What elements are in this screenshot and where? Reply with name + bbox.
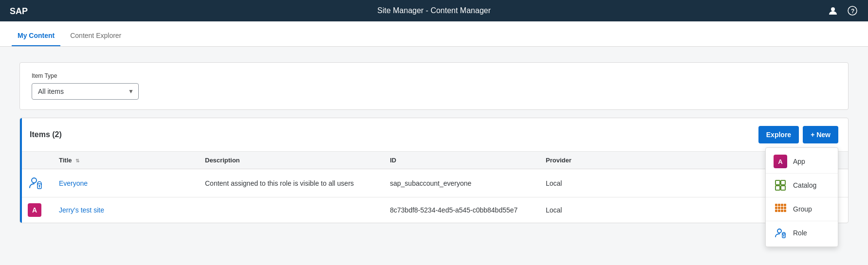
header-icons: ? <box>825 3 860 18</box>
row-id-cell: sap_subaccount_everyone <box>382 169 538 197</box>
tab-my-content[interactable]: My Content <box>12 21 60 46</box>
col-header-title: Title ⇅ <box>51 152 197 169</box>
app-menu-icon: A <box>774 155 787 168</box>
svg-rect-7 <box>776 186 780 190</box>
row-desc-cell <box>197 197 382 223</box>
section-accent <box>20 118 22 223</box>
sort-icon[interactable]: ⇅ <box>75 158 79 163</box>
item-type-select[interactable]: All items <box>32 83 139 100</box>
row-title-cell: Everyone <box>51 169 197 197</box>
items-section: Items (2) Explore + New A App <box>19 118 849 223</box>
svg-rect-16 <box>784 207 786 209</box>
new-item-dropdown: A App Catalog <box>765 147 838 247</box>
svg-rect-20 <box>784 210 786 212</box>
svg-text:SAP: SAP <box>10 6 28 16</box>
dropdown-item-catalog[interactable]: Catalog <box>766 174 838 197</box>
row-desc-cell: Content assigned to this role is visible… <box>197 169 382 197</box>
svg-rect-11 <box>781 204 783 206</box>
table-row: A Jerry's test site 8c73bdf8-5234-4ed5-a… <box>20 197 848 223</box>
svg-point-21 <box>777 229 781 233</box>
app-row-icon: A <box>28 203 41 217</box>
role-icon <box>29 176 42 190</box>
svg-rect-13 <box>775 207 777 209</box>
item-type-select-wrapper: All items ▼ <box>32 83 139 100</box>
everyone-link[interactable]: Everyone <box>59 179 88 187</box>
svg-rect-17 <box>775 210 777 212</box>
dropdown-item-group[interactable]: Group <box>766 197 838 221</box>
content-area: Item Type All items ▼ Items (2) Explore … <box>0 47 868 265</box>
svg-rect-19 <box>781 210 783 212</box>
new-button[interactable]: + New <box>803 126 838 143</box>
row-icon-cell: A <box>20 197 51 223</box>
row-id-cell: 8c73bdf8-5234-4ed5-a545-c0bb84bd55e7 <box>382 197 538 223</box>
svg-rect-10 <box>778 204 780 206</box>
svg-rect-5 <box>776 180 780 185</box>
role-row-icon <box>28 175 43 191</box>
explore-button[interactable]: Explore <box>758 126 799 143</box>
items-table: Title ⇅ Description ID Provider <box>20 152 848 223</box>
help-icon: ? <box>848 6 857 16</box>
role-menu-icon <box>774 226 787 240</box>
svg-point-24 <box>32 178 37 183</box>
svg-text:?: ? <box>851 8 854 15</box>
svg-rect-8 <box>781 186 785 190</box>
col-header-icon <box>20 152 51 169</box>
row-icon-cell <box>20 169 51 197</box>
dropdown-item-role[interactable]: Role <box>766 221 838 245</box>
app-header: SAP Site Manager - Content Manager ? <box>0 0 868 21</box>
group-menu-icon <box>774 202 787 216</box>
page-title: Site Manager - Content Manager <box>377 6 491 15</box>
table-header-row: Title ⇅ Description ID Provider <box>20 152 848 169</box>
filter-section: Item Type All items ▼ <box>19 62 849 110</box>
table-row: Everyone Content assigned to this role i… <box>20 169 848 197</box>
svg-rect-12 <box>784 204 786 206</box>
sap-logo-icon: SAP <box>8 4 36 18</box>
items-title: Items (2) <box>30 130 62 139</box>
tab-content-explorer[interactable]: Content Explorer <box>64 21 127 46</box>
row-title-cell: Jerry's test site <box>51 197 197 223</box>
items-actions: Explore + New A App <box>758 126 838 143</box>
tabs-bar: My Content Content Explorer <box>0 21 868 47</box>
catalog-menu-icon <box>774 178 787 192</box>
filter-label: Item Type <box>32 72 836 79</box>
svg-rect-9 <box>775 204 777 206</box>
svg-rect-6 <box>781 180 785 185</box>
svg-rect-15 <box>781 207 783 209</box>
jerrys-test-site-link[interactable]: Jerry's test site <box>59 206 104 214</box>
user-icon-button[interactable] <box>825 3 841 18</box>
svg-rect-14 <box>778 207 780 209</box>
col-header-description: Description <box>197 152 382 169</box>
logo: SAP <box>8 4 36 18</box>
user-icon <box>828 6 838 16</box>
svg-rect-18 <box>778 210 780 212</box>
help-icon-button[interactable]: ? <box>845 3 860 18</box>
items-header: Items (2) Explore + New A App <box>20 118 848 152</box>
dropdown-item-app[interactable]: A App <box>766 150 838 174</box>
col-header-id: ID <box>382 152 538 169</box>
svg-point-2 <box>831 7 835 11</box>
